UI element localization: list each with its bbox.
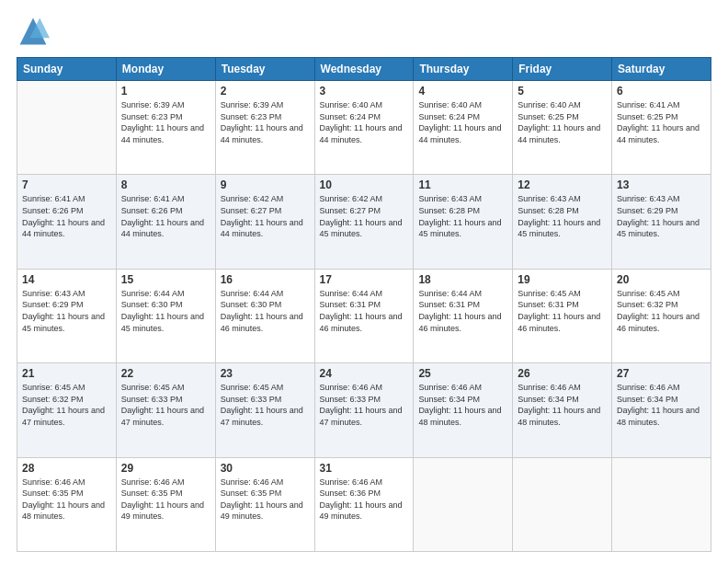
day-cell: 27 Sunrise: 6:46 AM Sunset: 6:34 PM Dayl… [612,363,711,457]
day-cell: 26 Sunrise: 6:46 AM Sunset: 6:34 PM Dayl… [513,363,612,457]
sunrise-text: Sunrise: 6:44 AM [221,289,284,298]
sunset-text: Sunset: 6:31 PM [320,300,381,309]
daylight-text: Daylight: 11 hours and 48 minutes. [617,406,700,427]
logo-icon [17,15,50,48]
sunset-text: Sunset: 6:28 PM [518,206,579,215]
cell-info: Sunrise: 6:41 AM Sunset: 6:26 PM Dayligh… [22,193,111,239]
day-cell: 25 Sunrise: 6:46 AM Sunset: 6:34 PM Dayl… [414,363,513,457]
cell-info: Sunrise: 6:39 AM Sunset: 6:23 PM Dayligh… [221,99,310,145]
week-row-0: 1 Sunrise: 6:39 AM Sunset: 6:23 PM Dayli… [17,81,711,175]
day-cell: 31 Sunrise: 6:46 AM Sunset: 6:36 PM Dayl… [314,457,414,551]
cell-info: Sunrise: 6:39 AM Sunset: 6:23 PM Dayligh… [121,99,210,145]
cell-info: Sunrise: 6:42 AM Sunset: 6:27 PM Dayligh… [320,193,409,239]
sunrise-text: Sunrise: 6:45 AM [518,289,581,298]
cell-info: Sunrise: 6:44 AM Sunset: 6:31 PM Dayligh… [418,288,507,334]
daylight-text: Daylight: 11 hours and 44 minutes. [418,123,501,144]
sunset-text: Sunset: 6:32 PM [617,300,678,309]
sunset-text: Sunset: 6:29 PM [22,300,84,309]
sunrise-text: Sunrise: 6:39 AM [221,100,284,109]
cell-info: Sunrise: 6:46 AM Sunset: 6:34 PM Dayligh… [518,382,607,428]
sunrise-text: Sunrise: 6:46 AM [617,383,680,392]
sunrise-text: Sunrise: 6:46 AM [221,477,284,487]
daylight-text: Daylight: 11 hours and 44 minutes. [221,123,303,144]
sunrise-text: Sunrise: 6:40 AM [320,100,383,109]
sunset-text: Sunset: 6:23 PM [121,112,183,121]
day-number: 10 [320,178,409,191]
sunrise-text: Sunrise: 6:46 AM [320,383,383,392]
day-cell: 2 Sunrise: 6:39 AM Sunset: 6:23 PM Dayli… [215,81,314,175]
sunset-text: Sunset: 6:23 PM [221,112,282,121]
cell-info: Sunrise: 6:43 AM Sunset: 6:29 PM Dayligh… [617,193,706,239]
cell-info: Sunrise: 6:40 AM Sunset: 6:25 PM Dayligh… [518,99,607,145]
day-number: 8 [121,178,210,191]
day-cell: 12 Sunrise: 6:43 AM Sunset: 6:28 PM Dayl… [513,175,612,269]
cell-info: Sunrise: 6:41 AM Sunset: 6:26 PM Dayligh… [121,193,210,239]
sunset-text: Sunset: 6:34 PM [617,395,678,404]
sunset-text: Sunset: 6:25 PM [617,112,678,121]
sunset-text: Sunset: 6:33 PM [320,395,381,404]
day-cell: 8 Sunrise: 6:41 AM Sunset: 6:26 PM Dayli… [116,175,215,269]
day-number: 5 [518,85,607,98]
daylight-text: Daylight: 11 hours and 46 minutes. [221,312,303,333]
day-number: 18 [418,273,507,286]
day-number: 31 [320,462,409,475]
sunset-text: Sunset: 6:31 PM [418,300,480,309]
sunset-text: Sunset: 6:28 PM [418,206,480,215]
day-cell: 13 Sunrise: 6:43 AM Sunset: 6:29 PM Dayl… [612,175,711,269]
calendar-table: SundayMondayTuesdayWednesdayThursdayFrid… [17,57,711,552]
cell-info: Sunrise: 6:43 AM Sunset: 6:29 PM Dayligh… [22,288,111,334]
cell-info: Sunrise: 6:46 AM Sunset: 6:33 PM Dayligh… [320,382,409,428]
sunset-text: Sunset: 6:35 PM [22,488,84,498]
sunset-text: Sunset: 6:33 PM [121,395,183,404]
sunset-text: Sunset: 6:36 PM [320,488,381,498]
day-number: 2 [221,85,310,98]
sunset-text: Sunset: 6:25 PM [518,112,579,121]
cell-info: Sunrise: 6:44 AM Sunset: 6:30 PM Dayligh… [121,288,210,334]
week-row-3: 21 Sunrise: 6:45 AM Sunset: 6:32 PM Dayl… [17,363,711,457]
day-cell: 22 Sunrise: 6:45 AM Sunset: 6:33 PM Dayl… [116,363,215,457]
day-number: 27 [617,367,706,380]
day-cell: 21 Sunrise: 6:45 AM Sunset: 6:32 PM Dayl… [17,363,117,457]
sunrise-text: Sunrise: 6:43 AM [518,194,581,203]
sunrise-text: Sunrise: 6:45 AM [121,383,185,392]
sunrise-text: Sunrise: 6:42 AM [320,194,383,203]
daylight-text: Daylight: 11 hours and 44 minutes. [221,218,303,239]
day-number: 26 [518,367,607,380]
sunrise-text: Sunrise: 6:42 AM [221,194,284,203]
daylight-text: Daylight: 11 hours and 45 minutes. [518,218,600,239]
sunrise-text: Sunrise: 6:46 AM [518,383,581,392]
day-cell: 18 Sunrise: 6:44 AM Sunset: 6:31 PM Dayl… [414,269,513,362]
daylight-text: Daylight: 11 hours and 45 minutes. [22,312,105,333]
day-cell: 24 Sunrise: 6:46 AM Sunset: 6:33 PM Dayl… [314,363,414,457]
day-number: 16 [221,273,310,286]
sunset-text: Sunset: 6:35 PM [221,488,282,498]
daylight-text: Daylight: 11 hours and 48 minutes. [418,406,501,427]
day-cell: 1 Sunrise: 6:39 AM Sunset: 6:23 PM Dayli… [116,81,215,175]
day-cell: 3 Sunrise: 6:40 AM Sunset: 6:24 PM Dayli… [314,81,414,175]
day-number: 14 [22,273,111,286]
cell-info: Sunrise: 6:41 AM Sunset: 6:25 PM Dayligh… [617,99,706,145]
cell-info: Sunrise: 6:44 AM Sunset: 6:30 PM Dayligh… [221,288,310,334]
daylight-text: Daylight: 11 hours and 49 minutes. [221,500,303,522]
day-cell: 4 Sunrise: 6:40 AM Sunset: 6:24 PM Dayli… [414,81,513,175]
daylight-text: Daylight: 11 hours and 46 minutes. [418,312,501,333]
day-number: 20 [617,273,706,286]
sunrise-text: Sunrise: 6:46 AM [121,477,185,487]
sunrise-text: Sunrise: 6:39 AM [121,100,185,109]
sunrise-text: Sunrise: 6:40 AM [518,100,581,109]
cell-info: Sunrise: 6:45 AM Sunset: 6:31 PM Dayligh… [518,288,607,334]
day-cell [612,457,711,551]
day-cell: 19 Sunrise: 6:45 AM Sunset: 6:31 PM Dayl… [513,269,612,362]
day-number: 28 [22,462,111,475]
week-row-1: 7 Sunrise: 6:41 AM Sunset: 6:26 PM Dayli… [17,175,711,269]
header [17,15,711,48]
sunrise-text: Sunrise: 6:46 AM [22,477,85,487]
sunset-text: Sunset: 6:32 PM [22,395,84,404]
day-number: 3 [320,85,409,98]
sunset-text: Sunset: 6:34 PM [418,395,480,404]
daylight-text: Daylight: 11 hours and 44 minutes. [320,123,403,144]
day-cell: 28 Sunrise: 6:46 AM Sunset: 6:35 PM Dayl… [17,457,117,551]
sunrise-text: Sunrise: 6:45 AM [22,383,85,392]
daylight-text: Daylight: 11 hours and 47 minutes. [121,406,204,427]
day-number: 1 [121,85,210,98]
